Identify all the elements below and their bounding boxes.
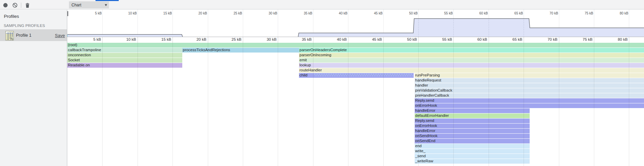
- svg-text:%: %: [9, 36, 13, 40]
